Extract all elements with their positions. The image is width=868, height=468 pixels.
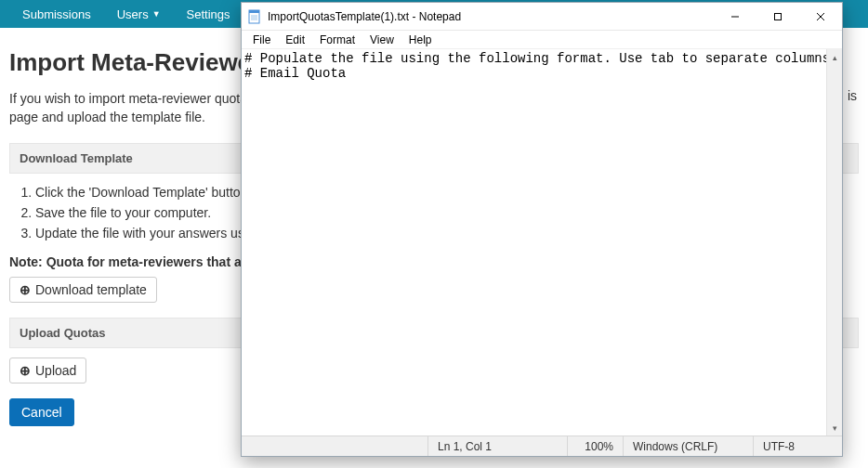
menu-help[interactable]: Help [401,32,440,48]
clipped-text: is [848,88,857,103]
download-template-button[interactable]: ⊕ Download template [9,277,157,303]
upload-label: Upload [35,363,76,378]
download-template-label: Download template [35,282,147,297]
minimize-button[interactable] [714,3,756,31]
status-fill [242,436,427,456]
chevron-down-icon: ▼ [152,9,161,19]
menu-file[interactable]: File [245,32,278,48]
nav-submissions-label: Submissions [22,7,91,21]
maximize-button[interactable] [756,3,799,31]
status-encoding: UTF-8 [753,436,842,456]
notepad-menubar: File Edit Format View Help [242,31,842,49]
status-zoom: 100% [567,436,623,456]
nav-users[interactable]: Users ▼ [104,0,174,28]
notepad-window: ImportQuotasTemplate(1).txt - Notepad Fi… [241,2,843,457]
notepad-content-wrap: # Populate the file using the following … [242,49,842,436]
close-button[interactable] [799,3,842,31]
notepad-icon [247,9,262,24]
scroll-down-icon[interactable]: ▾ [827,420,843,436]
scroll-up-icon[interactable]: ▴ [827,49,843,65]
intro-line1: If you wish to import meta-reviewer quot… [9,91,257,106]
nav-users-label: Users [117,7,149,21]
status-eol: Windows (CRLF) [623,436,753,456]
notepad-titlebar[interactable]: ImportQuotasTemplate(1).txt - Notepad [242,3,842,31]
cancel-button[interactable]: Cancel [9,398,74,426]
notepad-textarea[interactable]: # Populate the file using the following … [242,49,826,436]
menu-edit[interactable]: Edit [278,32,312,48]
window-buttons [714,3,842,31]
nav-settings-label: Settings [187,7,230,21]
status-position: Ln 1, Col 1 [427,436,567,456]
plus-circle-icon: ⊕ [20,363,31,378]
notepad-statusbar: Ln 1, Col 1 100% Windows (CRLF) UTF-8 [242,436,842,456]
nav-settings[interactable]: Settings [174,0,243,28]
plus-circle-icon: ⊕ [20,282,31,297]
menu-format[interactable]: Format [312,32,362,48]
menu-view[interactable]: View [362,32,401,48]
notepad-title: ImportQuotasTemplate(1).txt - Notepad [268,10,461,23]
vertical-scrollbar[interactable]: ▴ ▾ [826,49,842,436]
upload-button[interactable]: ⊕ Upload [9,358,86,384]
nav-submissions[interactable]: Submissions [9,0,104,28]
svg-rect-1 [249,10,259,13]
intro-line2: page and upload the template file. [9,110,205,124]
cancel-label: Cancel [21,405,62,420]
svg-rect-6 [775,13,782,20]
